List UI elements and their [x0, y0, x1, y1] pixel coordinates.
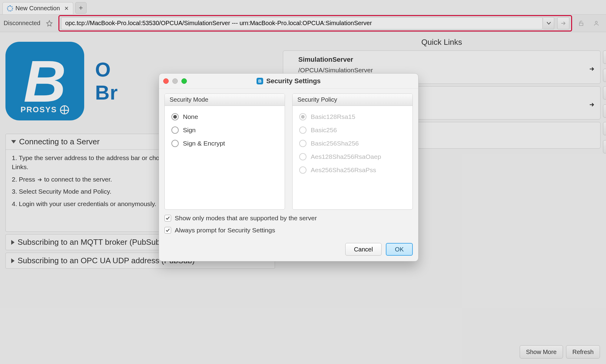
window-zoom-button[interactable] [181, 78, 187, 84]
quicklink-remove-button[interactable] [603, 69, 606, 82]
radio-icon [171, 140, 179, 147]
security-mode-option[interactable]: None [170, 110, 279, 123]
quicklink-name: SimulationServer [298, 56, 595, 64]
caret-right-icon [11, 258, 15, 263]
new-tab-button[interactable] [75, 2, 87, 14]
accordion-title: Subscribing to an MQTT broker (PubSub) [18, 238, 163, 247]
checkbox-always-prompt[interactable]: Always prompt for Security Settings [164, 227, 413, 234]
panel-header: Security Mode [165, 94, 285, 106]
arrow-right-icon [588, 66, 595, 74]
refresh-button[interactable]: Refresh [566, 345, 600, 359]
radio-label: Basic128Rsa15 [311, 113, 355, 120]
ok-button[interactable]: OK [386, 243, 413, 256]
radio-icon [299, 166, 306, 174]
checkbox-label: Always prompt for Security Settings [175, 227, 275, 234]
quicklink-remove-button[interactable] [603, 140, 606, 153]
security-mode-option[interactable]: Sign & Encrypt [170, 137, 279, 150]
hero-text: O Br [95, 58, 118, 104]
panel-header: Security Policy [293, 94, 412, 106]
connection-status: Disconnected [4, 20, 40, 27]
address-input[interactable] [61, 17, 543, 29]
quicklink-remove-button[interactable] [603, 104, 606, 118]
security-policy-option: Aes256Sha256RsaPss [298, 163, 407, 177]
tab-label: New Connection [15, 5, 60, 12]
svg-point-0 [595, 21, 598, 23]
quicklinks-title: Quick Links [283, 38, 601, 47]
security-policy-panel: Security Policy Basic128Rsa15Basic256Bas… [292, 93, 413, 210]
arrow-right-icon [588, 102, 595, 109]
window-close-button[interactable] [163, 78, 169, 84]
radio-label: Sign [183, 126, 196, 134]
dialog-title: Security Settings [266, 77, 321, 85]
radio-icon [299, 140, 306, 147]
cancel-button[interactable]: Cancel [345, 243, 382, 256]
address-bar: Disconnected [0, 15, 606, 32]
checkbox-supported-only[interactable]: Show only modes that are supported by th… [164, 215, 413, 222]
checkbox-label: Show only modes that are supported by th… [175, 215, 317, 222]
address-dropdown-button[interactable] [543, 17, 554, 29]
radio-label: Aes128Sha256RsaOaep [311, 153, 381, 160]
radio-icon [299, 113, 306, 120]
dialog-titlebar: B Security Settings [159, 74, 418, 89]
quicklink-url: /OPCUA/SimulationServer [298, 67, 595, 74]
connect-button[interactable] [557, 17, 569, 29]
plus-icon [78, 5, 84, 11]
arrow-right-icon [560, 20, 566, 26]
quicklink-star-button[interactable] [603, 122, 606, 135]
tab-new-connection[interactable]: New Connection ✕ [2, 2, 73, 14]
radio-label: Sign & Encrypt [183, 140, 225, 147]
radio-icon [171, 126, 179, 134]
app-logo-tile: B PROSYS [5, 42, 84, 120]
user-icon [593, 20, 599, 26]
quicklink-star-button[interactable] [603, 51, 606, 64]
security-policy-option: Aes128Sha256RsaOaep [298, 150, 407, 163]
security-mode-panel: Security Mode NoneSignSign & Encrypt [164, 93, 285, 210]
caret-right-icon [11, 240, 15, 245]
caret-down-icon [11, 140, 16, 143]
radio-icon [171, 113, 179, 120]
radio-label: None [183, 113, 198, 120]
accordion-title: Connecting to a Server [19, 137, 100, 146]
radio-label: Aes256Sha256RsaPss [311, 166, 376, 174]
radio-icon [299, 126, 306, 134]
favorite-star-button[interactable] [43, 17, 55, 29]
globe-icon [60, 105, 69, 114]
show-more-button[interactable]: Show More [520, 345, 563, 359]
radio-label: Basic256Sha256 [311, 140, 359, 147]
radio-label: Basic256 [311, 126, 337, 134]
quicklink-star-button[interactable] [603, 86, 606, 100]
radio-icon [299, 153, 306, 160]
security-settings-dialog: B Security Settings Security Mode NoneSi… [159, 73, 419, 261]
arrow-right-icon [37, 177, 42, 182]
window-minimize-button[interactable] [172, 78, 178, 84]
user-button[interactable] [590, 17, 602, 29]
lock-open-icon [578, 20, 584, 26]
security-policy-option: Basic256Sha256 [298, 137, 407, 150]
tab-strip: New Connection ✕ [0, 0, 606, 15]
security-policy-option: Basic256 [298, 123, 407, 137]
checkbox-icon [164, 215, 171, 221]
close-icon[interactable]: ✕ [64, 5, 69, 12]
address-highlight [58, 15, 572, 31]
checkbox-icon [164, 227, 171, 234]
app-icon: B [257, 78, 263, 84]
chevron-down-icon [547, 22, 551, 25]
security-policy-option: Basic128Rsa15 [298, 110, 407, 123]
security-mode-option[interactable]: Sign [170, 123, 279, 137]
loading-spinner-icon [7, 5, 13, 11]
security-lock-button[interactable] [575, 17, 587, 29]
